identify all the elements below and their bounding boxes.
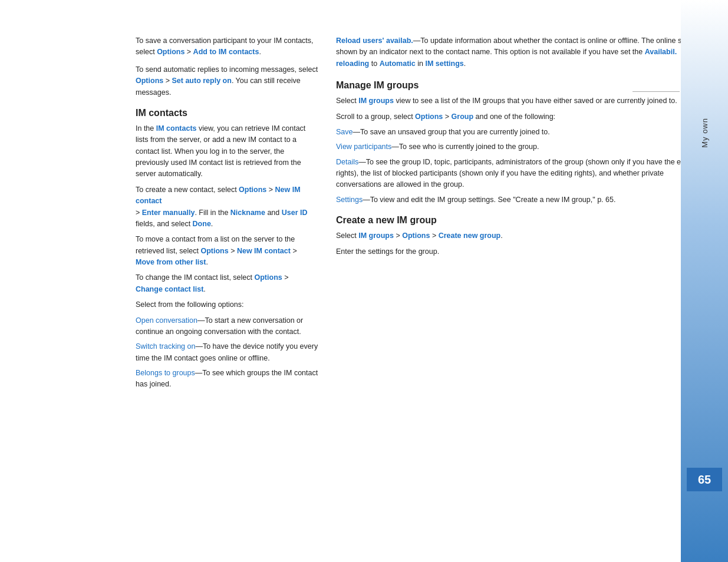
sidebar-label: My own xyxy=(700,118,709,148)
intro-options-2: Options xyxy=(136,77,163,85)
imc-change-contact: Change contact list xyxy=(136,285,203,293)
mig-p1a: Select xyxy=(336,97,358,105)
intro-text-2: To send automatic replies to incoming me… xyxy=(136,65,318,74)
reload-im-settings: IM settings xyxy=(425,59,463,68)
mig-p1b: view to see a list of the IM groups that… xyxy=(394,97,677,105)
imc-enter-manually: Enter manually xyxy=(142,209,195,217)
im-contacts-p1a: In the xyxy=(136,124,156,133)
imc-done: Done xyxy=(193,220,211,228)
im-contacts-para4: To change the IM contact list, select Op… xyxy=(136,272,318,295)
cig-para2: Enter the settings for the group. xyxy=(336,246,710,257)
mig-details-item: Details—To see the group ID, topic, part… xyxy=(336,157,710,191)
mig-view-text: —To see who is currently joined to the g… xyxy=(391,143,539,151)
sidebar: My own 65 xyxy=(681,0,728,562)
page-container: To save a conversation participant to yo… xyxy=(0,0,728,562)
imc-period1: . xyxy=(211,220,213,228)
cig-options: Options xyxy=(402,232,430,240)
page-number: 65 xyxy=(687,468,722,491)
mig-view-item: View participants—To see who is currentl… xyxy=(336,141,710,153)
intro-period-1: . xyxy=(259,48,261,56)
imc-period2: . xyxy=(206,258,207,266)
imc-p4a: To change the IM contact list, select xyxy=(136,273,255,282)
imc-p2a: To create a new contact, select xyxy=(136,186,239,194)
mig-options: Options xyxy=(415,113,443,121)
mig-settings-item: Settings—To view and edit the IM group s… xyxy=(336,194,710,206)
cig-arrow1: > xyxy=(394,232,402,240)
cig-arrow2: > xyxy=(430,232,438,240)
mig-view-label: View participants xyxy=(336,143,391,151)
cig-p1a: Select xyxy=(336,232,358,240)
open-conv-item: Open conversation—To start a new convers… xyxy=(136,315,318,338)
imc-p2d: fields, and select xyxy=(136,220,193,228)
manage-im-groups-heading: Manage IM groups xyxy=(336,80,710,91)
imc-userid: User ID xyxy=(282,209,308,217)
belongs-label: Belongs to groups xyxy=(136,369,195,377)
mig-group: Group xyxy=(452,113,474,121)
imc-opts1: Options xyxy=(239,186,266,194)
imc-arr3: > xyxy=(229,247,237,255)
intro-options-1: Options xyxy=(157,48,185,56)
reload-period: . xyxy=(464,59,466,68)
reload-users-label: Reload users' availab. xyxy=(336,37,413,45)
belongs-to-groups-item: Belongs to groups—To see which groups th… xyxy=(136,368,318,391)
imc-arr5: > xyxy=(282,273,289,282)
reload-to: to xyxy=(369,59,379,68)
im-contacts-link: IM contacts xyxy=(156,124,197,133)
mig-arrow: > xyxy=(443,113,451,121)
intro-set-auto: Set auto reply on xyxy=(172,77,231,85)
imc-p2c: and xyxy=(265,209,282,217)
imc-move-from: Move from other list xyxy=(136,258,206,266)
im-contacts-para1: In the IM contacts view, you can retriev… xyxy=(136,123,318,180)
imc-p2b: . Fill in the xyxy=(195,209,230,217)
switch-tracking-item: Switch tracking on—To have the device no… xyxy=(136,341,318,364)
imc-period3: . xyxy=(203,285,205,293)
intro-para-1: To save a conversation participant to yo… xyxy=(136,35,318,58)
left-column: To save a conversation participant to yo… xyxy=(136,35,318,538)
mig-details-label: Details xyxy=(336,158,358,166)
main-content: To save a conversation participant to yo… xyxy=(0,0,728,562)
intro-para-2: To send automatic replies to incoming me… xyxy=(136,64,318,98)
cig-para1: Select IM groups > Options > Create new … xyxy=(336,230,710,242)
mig-im-groups: IM groups xyxy=(358,97,394,105)
mig-details-text: —To see the group ID, topic, participant… xyxy=(336,158,699,189)
mig-p2a: Scroll to a group, select xyxy=(336,113,415,121)
select-from: Select from the following options: xyxy=(136,299,318,310)
imc-arr2: > xyxy=(136,209,142,217)
mig-para1: Select IM groups view to see a list of t… xyxy=(336,95,710,107)
im-contacts-para3: To move a contact from a list on the ser… xyxy=(136,234,318,268)
mig-settings-label: Settings xyxy=(336,196,363,204)
right-column: Reload users' availab.—To update informa… xyxy=(336,35,710,538)
reload-automatic: Automatic xyxy=(380,59,416,68)
mig-save-item: Save—To save an unsaved group that you a… xyxy=(336,127,710,138)
imc-new-im2: New IM contact xyxy=(237,247,291,255)
imc-nickname: Nickname xyxy=(230,209,265,217)
imc-opts3: Options xyxy=(255,273,282,282)
mig-save-label: Save xyxy=(336,128,353,136)
open-conv-label: Open conversation xyxy=(136,316,197,325)
mig-para2: Scroll to a group, select Options > Grou… xyxy=(336,111,710,123)
imc-arr1: > xyxy=(266,186,275,194)
separator-line xyxy=(633,91,680,92)
reload-in: in xyxy=(416,59,426,68)
cig-period: . xyxy=(500,232,502,240)
mig-save-text: —To save an unsaved group that you are c… xyxy=(353,128,550,136)
im-contacts-heading: IM contacts xyxy=(136,108,318,118)
mig-p2b: and one of the following: xyxy=(473,113,555,121)
reload-users-para: Reload users' availab.—To update informa… xyxy=(336,35,710,70)
imc-opts2: Options xyxy=(200,247,228,255)
mig-settings-text: —To view and edit the IM group settings.… xyxy=(363,196,615,204)
cig-create-new: Create new group xyxy=(439,232,501,240)
im-contacts-para2: To create a new contact, select Options … xyxy=(136,184,318,230)
intro-add-im: Add to IM contacts xyxy=(193,48,259,56)
intro-arrow-1: > xyxy=(185,48,193,56)
intro-arrow-2: > xyxy=(163,77,172,85)
cig-im-groups: IM groups xyxy=(358,232,394,240)
create-im-group-heading: Create a new IM group xyxy=(336,215,710,226)
switch-label: Switch tracking on xyxy=(136,342,195,351)
